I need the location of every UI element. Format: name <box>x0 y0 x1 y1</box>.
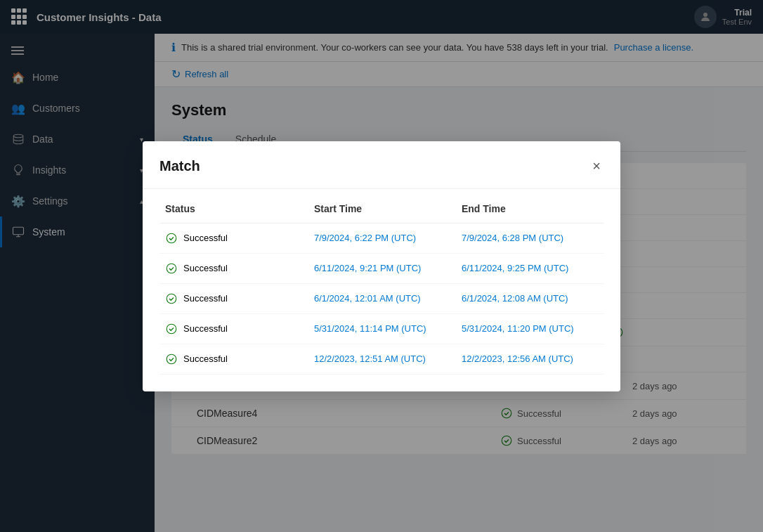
status-text: Successful <box>183 323 228 334</box>
modal-body: Status Start Time End Time Successful 7/… <box>143 195 620 391</box>
status-cell: Successful <box>165 323 303 335</box>
start-time: 6/11/2024, 9:21 PM (UTC) <box>308 253 456 283</box>
modal-overlay[interactable]: Match × Status Start Time End Time <box>0 0 763 532</box>
table-row: Successful 5/31/2024, 11:14 PM (UTC) 5/3… <box>159 313 604 344</box>
start-time: 12/2/2023, 12:51 AM (UTC) <box>308 344 456 374</box>
table-row: Successful 6/1/2024, 12:01 AM (UTC) 6/1/… <box>159 283 604 313</box>
end-time: 7/9/2024, 6:28 PM (UTC) <box>456 223 604 253</box>
table-row: Successful 12/2/2023, 12:51 AM (UTC) 12/… <box>159 344 604 374</box>
table-row: Successful 7/9/2024, 6:22 PM (UTC) 7/9/2… <box>159 223 604 253</box>
status-cell: Successful <box>165 353 303 365</box>
status-cell: Successful <box>165 292 303 305</box>
status-cell: Successful <box>165 262 303 275</box>
status-text: Successful <box>183 353 228 364</box>
svg-point-12 <box>167 354 176 364</box>
success-icon <box>165 262 178 275</box>
svg-point-8 <box>167 233 176 243</box>
start-time: 5/31/2024, 11:14 PM (UTC) <box>308 313 456 344</box>
end-time: 6/1/2024, 12:08 AM (UTC) <box>456 283 604 313</box>
col-header-start: Start Time <box>308 195 456 223</box>
success-icon <box>165 232 178 245</box>
svg-point-11 <box>167 324 176 334</box>
end-time: 5/31/2024, 11:20 PM (UTC) <box>456 313 604 344</box>
success-icon <box>165 323 178 335</box>
modal-header: Match × <box>143 141 620 189</box>
end-time: 12/2/2023, 12:56 AM (UTC) <box>456 344 604 374</box>
col-header-status: Status <box>159 195 308 223</box>
status-text: Successful <box>183 233 228 243</box>
status-text: Successful <box>183 263 228 273</box>
end-time: 6/11/2024, 9:25 PM (UTC) <box>456 253 604 283</box>
modal-close-button[interactable]: × <box>589 155 604 177</box>
status-cell: Successful <box>165 232 303 245</box>
status-text: Successful <box>183 293 228 304</box>
modal-table: Status Start Time End Time Successful 7/… <box>159 195 604 375</box>
table-row: Successful 6/11/2024, 9:21 PM (UTC) 6/11… <box>159 253 604 283</box>
start-time: 7/9/2024, 6:22 PM (UTC) <box>308 223 456 253</box>
svg-point-9 <box>167 264 176 273</box>
success-icon <box>165 353 178 365</box>
match-modal: Match × Status Start Time End Time <box>143 141 620 391</box>
success-icon <box>165 292 178 305</box>
start-time: 6/1/2024, 12:01 AM (UTC) <box>308 283 456 313</box>
modal-title: Match <box>159 158 200 174</box>
col-header-end: End Time <box>456 195 604 223</box>
svg-point-10 <box>167 294 176 304</box>
